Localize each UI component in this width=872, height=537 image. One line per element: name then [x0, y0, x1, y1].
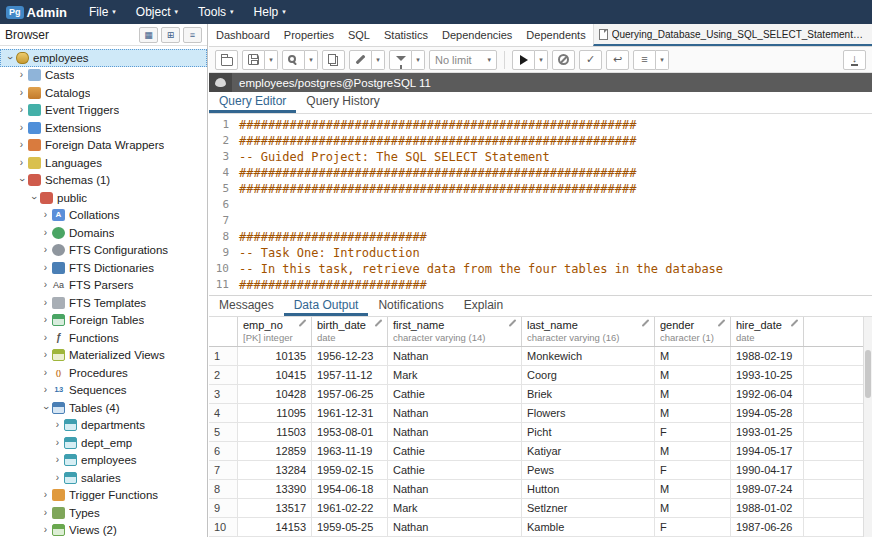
row-number[interactable]: 2: [209, 366, 238, 384]
cell-hire-date[interactable]: 1992-06-04: [731, 385, 804, 403]
cell-emp-no[interactable]: 11503: [238, 423, 312, 441]
cell-hire-date[interactable]: 1988-01-02: [731, 499, 804, 517]
cell-last-name[interactable]: Briek: [522, 385, 655, 403]
tree-item-views-2[interactable]: ›Views (2): [0, 522, 207, 537]
tree-item-fts-templates[interactable]: ›FTS Templates: [0, 294, 207, 312]
cell-hire-date[interactable]: 1987-06-26: [731, 518, 804, 536]
cell-birth-date[interactable]: 1959-05-25: [312, 518, 388, 536]
cell-hire-date[interactable]: 1993-10-25: [731, 366, 804, 384]
tree-item-catalogs[interactable]: ›Catalogs: [0, 84, 207, 102]
cell-gender[interactable]: M: [655, 499, 731, 517]
tree-item-departments[interactable]: ›departments: [0, 417, 207, 435]
expand-arrow-icon[interactable]: ›: [40, 508, 51, 518]
tab-dependents[interactable]: Dependents: [519, 24, 592, 46]
cell-hire-date[interactable]: 1994-05-17: [731, 442, 804, 460]
cell-birth-date[interactable]: 1954-06-18: [312, 480, 388, 498]
download-button[interactable]: ↓: [843, 50, 866, 70]
row-number[interactable]: 6: [209, 442, 238, 460]
cell-first-name[interactable]: Cathie: [388, 461, 522, 479]
row-limit-select[interactable]: No limit▾: [429, 50, 497, 70]
cell-first-name[interactable]: Nathan: [388, 423, 522, 441]
column-header-emp-no[interactable]: emp_no[PK] integer: [238, 317, 312, 346]
cell-gender[interactable]: F: [655, 461, 731, 479]
column-header-hire-date[interactable]: hire_datedate: [731, 317, 804, 346]
expand-arrow-icon[interactable]: ›: [52, 473, 63, 483]
expand-arrow-icon[interactable]: ›: [40, 525, 51, 535]
cell-hire-date[interactable]: 1989-07-24: [731, 480, 804, 498]
cell-gender[interactable]: F: [655, 518, 731, 536]
expand-arrow-icon[interactable]: ›: [40, 350, 51, 360]
tree-item-salaries[interactable]: ›salaries: [0, 469, 207, 487]
cancel-button[interactable]: [552, 50, 575, 70]
cell-emp-no[interactable]: 11095: [238, 404, 312, 422]
expand-arrow-icon[interactable]: ›: [40, 333, 51, 343]
layout-button[interactable]: ⊞: [161, 27, 180, 43]
cell-birth-date[interactable]: 1959-02-15: [312, 461, 388, 479]
expand-arrow-icon[interactable]: ›: [40, 490, 51, 500]
row-number[interactable]: 3: [209, 385, 238, 403]
scrollbar-thumb[interactable]: [865, 350, 871, 398]
cell-hire-date[interactable]: 1994-05-28: [731, 404, 804, 422]
cell-last-name[interactable]: Monkewich: [522, 347, 655, 365]
cell-hire-date[interactable]: 1993-01-25: [731, 423, 804, 441]
cell-birth-date[interactable]: 1957-11-12: [312, 366, 388, 384]
tree-item-foreign-data-wrappers[interactable]: ›Foreign Data Wrappers: [0, 137, 207, 155]
tree-item-procedures[interactable]: ›()Procedures: [0, 364, 207, 382]
tree-item-employees[interactable]: ›employees: [0, 452, 207, 470]
expand-arrow-icon[interactable]: ›: [40, 368, 51, 378]
row-number[interactable]: 10: [209, 518, 238, 536]
cell-gender[interactable]: M: [655, 385, 731, 403]
tree-item-casts[interactable]: ›Casts: [0, 67, 207, 85]
tab-properties[interactable]: Properties: [277, 24, 341, 46]
cell-last-name[interactable]: Picht: [522, 423, 655, 441]
tree-item-sequences[interactable]: ›1.3Sequences: [0, 382, 207, 400]
cell-gender[interactable]: M: [655, 347, 731, 365]
tree-item-fts-parsers[interactable]: ›AaFTS Parsers: [0, 277, 207, 295]
cell-emp-no[interactable]: 10415: [238, 366, 312, 384]
cell-last-name[interactable]: Setlzner: [522, 499, 655, 517]
row-number[interactable]: 1: [209, 347, 238, 365]
menu-help[interactable]: Help▾: [244, 0, 296, 24]
find-button[interactable]: [282, 50, 305, 70]
tree-item-public[interactable]: ›public: [0, 189, 207, 207]
tab-explain[interactable]: Explain: [454, 296, 513, 316]
find-dropdown-button[interactable]: ▾: [305, 50, 318, 70]
cell-hire-date[interactable]: 1988-02-19: [731, 347, 804, 365]
tab-sql-file[interactable]: Querying_Database_Using_SQL_SELECT_State…: [593, 24, 872, 46]
expand-arrow-icon[interactable]: ›: [52, 420, 63, 430]
cell-first-name[interactable]: Cathie: [388, 442, 522, 460]
tree-item-domains[interactable]: ›Domains: [0, 224, 207, 242]
cell-last-name[interactable]: Flowers: [522, 404, 655, 422]
pgadmin-logo[interactable]: Pg Admin: [0, 5, 79, 20]
cell-emp-no[interactable]: 10428: [238, 385, 312, 403]
commit-button[interactable]: ✓: [579, 50, 602, 70]
tab-query-history[interactable]: Query History: [296, 92, 389, 113]
expand-arrow-icon[interactable]: ›: [16, 158, 27, 168]
row-number[interactable]: 9: [209, 499, 238, 517]
tree-item-tables-4[interactable]: ›Tables (4): [0, 399, 207, 417]
edit-button[interactable]: [349, 50, 372, 70]
expand-arrow-icon[interactable]: ›: [40, 385, 51, 395]
cell-first-name[interactable]: Nathan: [388, 404, 522, 422]
tab-dashboard[interactable]: Dashboard: [209, 24, 277, 46]
column-header-birth-date[interactable]: birth_datedate: [312, 317, 388, 346]
cell-birth-date[interactable]: 1963-11-19: [312, 442, 388, 460]
cell-birth-date[interactable]: 1961-12-31: [312, 404, 388, 422]
expand-arrow-icon[interactable]: ›: [40, 263, 51, 273]
cell-gender[interactable]: F: [655, 423, 731, 441]
cell-birth-date[interactable]: 1961-02-22: [312, 499, 388, 517]
collapse-arrow-icon[interactable]: ›: [29, 192, 39, 203]
cell-gender[interactable]: M: [655, 404, 731, 422]
tab-statistics[interactable]: Statistics: [377, 24, 435, 46]
expand-arrow-icon[interactable]: ›: [52, 455, 63, 465]
open-file-button[interactable]: [215, 50, 238, 70]
tree-item-types[interactable]: ›Types: [0, 504, 207, 522]
row-number[interactable]: 4: [209, 404, 238, 422]
cell-emp-no[interactable]: 13284: [238, 461, 312, 479]
column-header-last-name[interactable]: last_namecharacter varying (16): [522, 317, 655, 346]
rollback-button[interactable]: ↩: [606, 50, 629, 70]
tab-data-output[interactable]: Data Output: [284, 296, 369, 316]
tree-item-foreign-tables[interactable]: ›Foreign Tables: [0, 312, 207, 330]
collapse-arrow-icon[interactable]: ›: [5, 52, 15, 63]
cell-first-name[interactable]: Nathan: [388, 347, 522, 365]
